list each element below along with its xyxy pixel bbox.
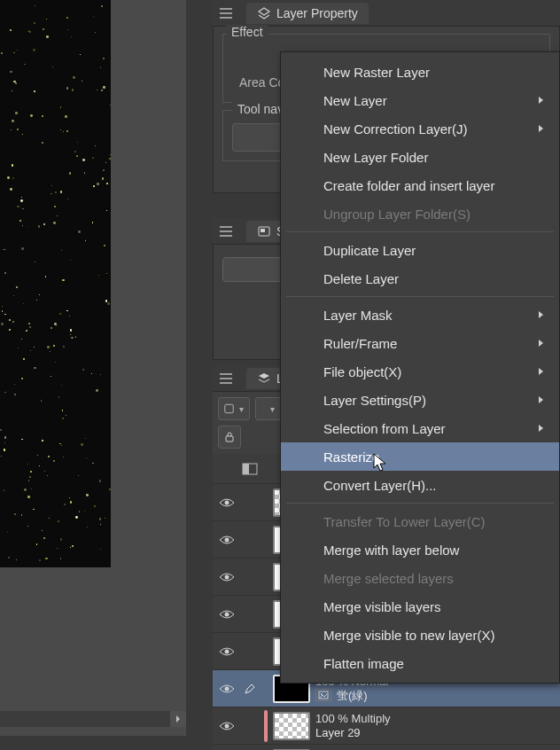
layer-row[interactable]: 100 % NormalLayer 26 (213, 745, 560, 750)
layer-row[interactable]: 100 % MultiplyLayer 29 (213, 707, 560, 745)
canvas-h-scrollbar[interactable] (0, 711, 186, 727)
menu-item-label: File object(X) (323, 364, 401, 379)
menu-item[interactable]: New Layer (281, 86, 559, 114)
canvas-preview[interactable] (0, 0, 111, 567)
menu-item-label: Flatten image (323, 656, 404, 671)
menu-item[interactable]: New Correction Layer(J) (281, 114, 559, 143)
menu-item[interactable]: Merge visible to new layer(X) (281, 621, 559, 649)
layer-meta: 100 % MultiplyLayer 29 (315, 712, 391, 739)
visibility-eye-icon[interactable] (218, 717, 236, 735)
menu-item-label: Merge visible to new layer(X) (323, 628, 494, 643)
menu-item: Ungroup Layer Folder(S) (281, 199, 559, 228)
layer-thumbnail[interactable] (273, 712, 310, 740)
submenu-chevron-icon (538, 96, 545, 105)
svg-point-9 (225, 574, 229, 579)
visibility-eye-icon[interactable] (218, 568, 236, 586)
svg-rect-4 (226, 436, 233, 441)
tab-layer-property-label: Layer Property (276, 6, 358, 20)
menu-item[interactable]: Delete Layer (281, 264, 559, 293)
layer-accent-bar (264, 673, 268, 705)
menu-item[interactable]: Convert Layer(H)... (281, 471, 559, 499)
svg-point-15 (225, 723, 229, 728)
menu-item: Transfer To Lower Layer(C) (281, 507, 559, 535)
visibility-eye-icon[interactable] (218, 643, 236, 660)
edit-pencil-icon[interactable] (241, 568, 259, 586)
svg-point-10 (225, 612, 229, 616)
layers-icon (257, 371, 271, 386)
menu-item[interactable]: Merge with layer below (281, 535, 559, 564)
menu-item-label: Ungroup Layer Folder(S) (323, 207, 471, 222)
menu-item-label: Merge visible layers (323, 599, 441, 614)
submenu-chevron-icon (538, 124, 545, 133)
menu-separator (286, 503, 554, 504)
menu-item-label: New Raster Layer (323, 65, 430, 80)
edit-pencil-icon[interactable] (241, 605, 259, 623)
menu-item-label: Merge with layer below (323, 543, 459, 558)
menu-item[interactable]: File object(X) (281, 357, 559, 386)
visibility-eye-icon[interactable] (218, 605, 236, 623)
tab-layer-property[interactable]: Layer Property (246, 3, 369, 24)
menu-item-label: Layer Mask (323, 308, 393, 323)
layer-accent-bar (264, 487, 268, 519)
menu-item[interactable]: Flatten image (281, 649, 559, 677)
layer-opacity-blend: 100 % Multiply (315, 712, 391, 726)
menu-item-label: New Layer (323, 93, 387, 108)
lock-button[interactable] (218, 426, 241, 449)
effect-label: Effect (226, 25, 268, 39)
menu-item-label: Ruler/Frame (323, 336, 397, 351)
visibility-eye-icon[interactable] (218, 494, 236, 512)
menu-item-label: Delete Layer (323, 271, 399, 286)
layer-accent-bar (264, 598, 268, 630)
layer-accent-bar (264, 747, 268, 751)
menu-item-label: Duplicate Layer (323, 243, 416, 258)
submenu-chevron-icon (538, 367, 545, 376)
layer-color-combo[interactable]: ▾ (218, 397, 250, 420)
panel-menu-icon[interactable] (220, 373, 232, 384)
menu-item: Merge selected layers (281, 564, 559, 592)
tool-navigation-input[interactable] (232, 123, 282, 152)
edit-pencil-icon[interactable] (241, 494, 259, 512)
menu-item[interactable]: Selection from Layer (281, 414, 559, 442)
layer-name: 蛍(緑) (315, 689, 388, 703)
submenu-chevron-icon (538, 339, 545, 348)
menu-item[interactable]: New Layer Folder (281, 143, 559, 171)
edit-pencil-icon[interactable] (241, 717, 259, 735)
panel-menu-icon[interactable] (220, 226, 232, 237)
menu-item-label: Layer Settings(P) (323, 393, 426, 408)
layer-property-tab-bar: Layer Property (213, 0, 560, 27)
menu-item-label: New Correction Layer(J) (323, 121, 468, 137)
visibility-eye-icon[interactable] (218, 531, 236, 549)
submenu-chevron-icon (538, 395, 545, 404)
edit-pencil-icon[interactable] (241, 643, 259, 660)
scroll-right-arrow-icon[interactable] (170, 711, 186, 727)
menu-item[interactable]: Duplicate Layer (281, 236, 559, 264)
subview-icon (257, 224, 271, 238)
menu-item[interactable]: Rasterize (281, 442, 559, 471)
svg-point-7 (225, 500, 229, 504)
edit-pencil-icon[interactable] (241, 531, 259, 549)
panel-menu-icon[interactable] (220, 8, 232, 19)
svg-point-12 (225, 686, 229, 691)
menu-item[interactable]: Merge visible layers (281, 592, 559, 621)
svg-point-11 (225, 649, 229, 653)
menu-item[interactable]: Layer Mask (281, 301, 559, 329)
menu-item[interactable]: Layer Settings(P) (281, 386, 559, 414)
menu-item[interactable]: New Raster Layer (281, 58, 559, 86)
layer-accent-bar (264, 524, 268, 556)
menu-item[interactable]: Create folder and insert layer (281, 171, 559, 199)
menu-item-label: New Layer Folder (323, 150, 428, 165)
menu-item[interactable]: Ruler/Frame (281, 329, 559, 357)
svg-rect-6 (243, 464, 249, 474)
canvas-area (0, 0, 186, 736)
layer-property-icon (257, 6, 271, 20)
chevron-down-icon: ▾ (239, 404, 244, 414)
svg-rect-1 (261, 229, 265, 232)
menu-item-label: Selection from Layer (323, 421, 446, 436)
svg-point-8 (225, 537, 229, 542)
visibility-eye-icon[interactable] (218, 680, 236, 698)
menu-item-label: Convert Layer(H)... (323, 478, 437, 493)
layer-accent-bar (264, 561, 268, 593)
two-pane-icon[interactable] (241, 460, 259, 478)
layer-name: Layer 29 (315, 726, 391, 740)
edit-pencil-icon[interactable] (241, 680, 259, 698)
